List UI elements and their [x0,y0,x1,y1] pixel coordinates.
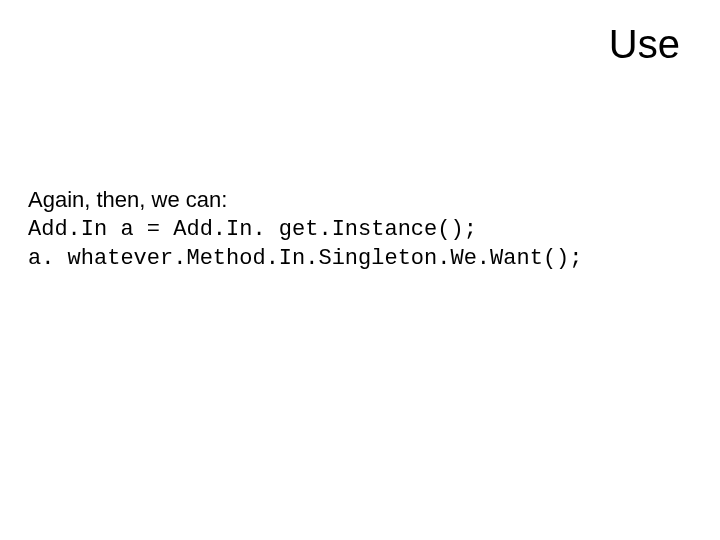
slide-title: Use [609,22,680,67]
slide: Use Again, then, we can: Add.In a = Add.… [0,0,720,540]
slide-body: Again, then, we can: Add.In a = Add.In. … [28,185,680,274]
code-line-1: Add.In a = Add.In. get.Instance(); [28,215,680,245]
body-intro-text: Again, then, we can: [28,185,680,215]
code-line-2: a. whatever.Method.In.Singleton.We.Want(… [28,244,680,274]
